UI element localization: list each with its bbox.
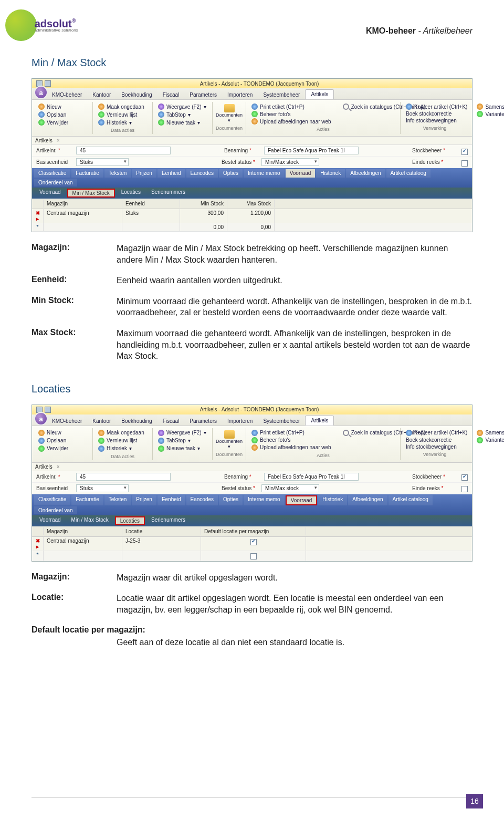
qat-icon-2[interactable] <box>45 80 51 87</box>
btn-weergave[interactable]: Weergave (F2) ▾ <box>157 103 208 110</box>
check-eindereeks[interactable] <box>461 160 468 167</box>
ribbon-tab-parameters[interactable]: Parameters <box>184 90 222 99</box>
btn-samenstelling[interactable]: Samenstelling (F8) <box>476 103 504 110</box>
tab-artikelcataloog[interactable]: Artikel cataloog <box>388 495 433 505</box>
subtab-locaties[interactable]: Locaties <box>115 516 145 525</box>
tab-classificatie[interactable]: Classificatie <box>34 495 70 505</box>
btn-beheer-fotos[interactable]: Beheer foto's <box>250 437 332 444</box>
subtab-serienummers[interactable]: Serienummers <box>147 189 190 198</box>
ribbon-tab-systeembeheer[interactable]: Systeembeheer <box>258 417 305 426</box>
subtab-minmax[interactable]: Min / Max Stock <box>67 516 113 525</box>
input-artikelnr[interactable]: 45 <box>76 147 171 154</box>
btn-vernieuw[interactable]: Vernieuw lijst <box>97 111 148 118</box>
ribbon-tab-artikels[interactable]: Artikels <box>305 89 334 99</box>
btn-opslaan[interactable]: Opslaan <box>37 111 88 118</box>
close-tab-icon[interactable]: × <box>56 138 61 143</box>
input-benaming[interactable]: Fabel Eco Safe Aqua Pro Teak 1l <box>264 147 359 154</box>
subtab-serienummers[interactable]: Serienummers <box>147 516 190 525</box>
btn-verwijder[interactable]: Verwijder <box>37 119 88 126</box>
btn-nieuwetaak[interactable]: Nieuwe taak ▾ <box>157 445 208 452</box>
tab-afbeeldingen[interactable]: Afbeeldingen <box>346 169 385 178</box>
select-basiseenheid[interactable]: Stuks <box>76 484 129 492</box>
grid-row[interactable]: * 0,00 0,00 <box>32 223 472 232</box>
btn-vernieuw[interactable]: Vernieuw lijst <box>97 437 148 444</box>
btn-ongedaan[interactable]: Maak ongedaan <box>97 103 148 110</box>
btn-varianten[interactable]: Varianten <box>476 437 504 444</box>
ribbon-tab-fiscaal[interactable]: Fiscaal <box>158 90 185 99</box>
subtab-locaties[interactable]: Locaties <box>117 189 145 198</box>
btn-print-etiket[interactable]: Print etiket (Ctrl+P) <box>250 429 332 437</box>
check-eindereeks[interactable] <box>461 486 468 492</box>
btn-print-etiket[interactable]: Print etiket (Ctrl+P) <box>250 103 332 110</box>
select-basiseenheid[interactable]: Stuks <box>76 158 129 166</box>
tab-opties[interactable]: Opties <box>219 169 243 178</box>
check-default-loc[interactable] <box>250 553 257 559</box>
btn-ongedaan[interactable]: Maak ongedaan <box>97 429 148 437</box>
btn-upload-afb[interactable]: Upload afbeeldingen naar web <box>250 118 332 125</box>
btn-varianten[interactable]: Varianten <box>476 110 504 118</box>
btn-boek-stockcorr[interactable]: Boek stockcorrectie <box>405 110 468 117</box>
ribbon-tab-kmo[interactable]: KMO-beheer <box>47 90 87 99</box>
btn-boek-stockcorr[interactable]: Boek stockcorrectie <box>405 437 468 443</box>
tab-internememo[interactable]: Interne memo <box>244 495 285 505</box>
ribbon-tab-kmo[interactable]: KMO-beheer <box>47 417 87 426</box>
btn-samenstelling[interactable]: Samenstelling (F8) <box>476 429 504 437</box>
tab-afbeeldingen[interactable]: Afbeeldingen <box>348 495 387 505</box>
select-bestelstatus[interactable]: Min/Max stock <box>261 158 319 166</box>
app-menu-button[interactable]: a <box>34 412 48 426</box>
grid-row[interactable]: * <box>32 551 472 561</box>
tab-facturatie[interactable]: Facturatie <box>71 169 103 178</box>
tab-opties[interactable]: Opties <box>219 495 243 505</box>
ribbon-tab-importeren[interactable]: Importeren <box>222 90 258 99</box>
tab-classificatie[interactable]: Classificatie <box>34 169 70 178</box>
tab-historiek[interactable]: Historiek <box>316 169 345 178</box>
btn-nieuwetaak[interactable]: Nieuwe taak ▾ <box>157 119 208 126</box>
tab-onderdeelvan[interactable]: Onderdeel van <box>34 179 77 186</box>
check-default-loc[interactable] <box>250 539 257 545</box>
ribbon-tab-kantoor[interactable]: Kantoor <box>87 90 116 99</box>
btn-verwijder[interactable]: Verwijder <box>37 445 88 452</box>
ribbon-tab-boekhouding[interactable]: Boekhouding <box>116 90 157 99</box>
btn-tabstop[interactable]: TabStop ▾ <box>157 111 208 118</box>
btn-info-stockbew[interactable]: Info stockbewegingen <box>405 117 468 124</box>
open-tab-artikels[interactable]: Artikels <box>35 138 52 143</box>
btn-historiek[interactable]: Historiek ▾ <box>97 119 148 126</box>
ribbon-tab-systeembeheer[interactable]: Systeembeheer <box>258 90 305 99</box>
tab-prijzen[interactable]: Prijzen <box>132 495 156 505</box>
tab-onderdeelvan[interactable]: Onderdeel van <box>34 506 77 514</box>
btn-info-stockbew[interactable]: Info stockbewegingen <box>405 443 468 450</box>
input-benaming[interactable]: Fabel Eco Safe Aqua Pro Teak 1l <box>264 473 359 481</box>
ribbon-tab-importeren[interactable]: Importeren <box>222 417 258 426</box>
open-tab-artikels[interactable]: Artikels <box>35 464 52 470</box>
btn-opslaan[interactable]: Opslaan <box>37 437 88 444</box>
tab-internememo[interactable]: Interne memo <box>244 169 285 178</box>
tab-artikelcataloog[interactable]: Artikel cataloog <box>386 169 430 178</box>
tab-teksten[interactable]: Teksten <box>104 169 131 178</box>
tab-eancodes[interactable]: Eancodes <box>186 169 218 178</box>
subtab-voorraad[interactable]: Voorraad <box>35 516 65 525</box>
check-stockbeheer[interactable] <box>461 474 468 481</box>
grid-row[interactable]: ✖ ▸ Centraal magazijn J-25-3 <box>32 537 472 551</box>
tab-eancodes[interactable]: Eancodes <box>186 495 218 505</box>
grid-row[interactable]: ✖ ▸ Centraal magazijn Stuks 300,00 1.200… <box>32 209 472 223</box>
tab-voorraad[interactable]: Voorraad <box>286 495 318 505</box>
tab-eenheid[interactable]: Eenheid <box>158 495 185 505</box>
btn-upload-afb[interactable]: Upload afbeeldingen naar web <box>250 444 332 451</box>
ribbon-tab-kantoor[interactable]: Kantoor <box>87 417 116 426</box>
btn-historiek[interactable]: Historiek ▾ <box>97 445 148 452</box>
check-stockbeheer[interactable] <box>461 149 468 155</box>
tab-prijzen[interactable]: Prijzen <box>132 169 156 178</box>
tab-voorraad[interactable]: Voorraad <box>286 169 316 178</box>
btn-documenten[interactable]: Documenten▾ <box>214 103 245 124</box>
btn-beheer-fotos[interactable]: Beheer foto's <box>250 110 332 118</box>
btn-kopieer-artikel[interactable]: Kopieer artikel (Ctrl+K) <box>405 429 468 437</box>
close-tab-icon[interactable]: × <box>56 464 61 470</box>
tab-facturatie[interactable]: Facturatie <box>71 495 103 505</box>
qat-icon-2[interactable] <box>45 407 51 413</box>
btn-kopieer-artikel[interactable]: Kopieer artikel (Ctrl+K) <box>405 103 468 110</box>
subtab-voorraad[interactable]: Voorraad <box>35 189 65 198</box>
tab-eenheid[interactable]: Eenheid <box>158 169 185 178</box>
tab-historiek[interactable]: Historiek <box>318 495 347 505</box>
tab-teksten[interactable]: Teksten <box>104 495 131 505</box>
input-artikelnr[interactable]: 45 <box>76 473 171 481</box>
